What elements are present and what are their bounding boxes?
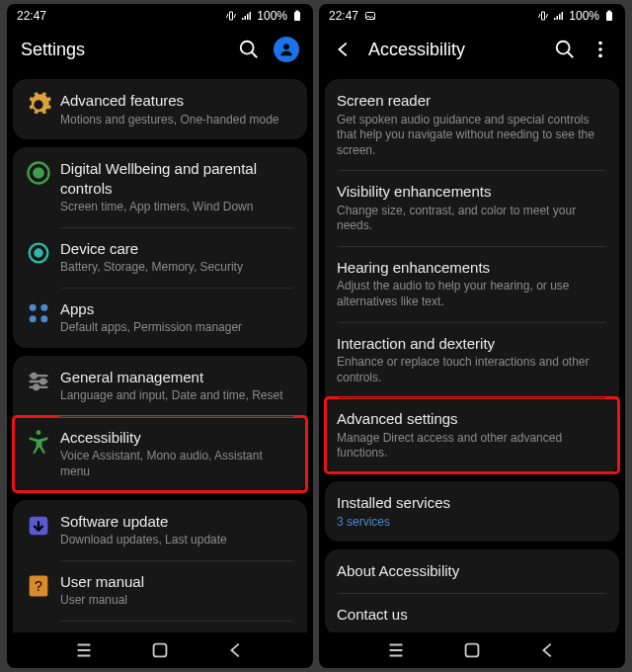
status-bar: 22:47 100% [319,4,625,28]
battery-percent: 100% [257,9,287,23]
status-time: 22:47 [329,9,358,23]
item-label: General management [60,368,291,387]
svg-point-28 [598,47,602,51]
header: Accessibility [319,28,625,71]
search-icon[interactable] [238,39,260,60]
svg-rect-0 [294,12,300,21]
item-sub: Battery, Storage, Memory, Security [60,260,291,276]
svg-point-29 [598,54,602,58]
svg-point-11 [40,315,47,322]
item-sub: Screen time, App timers, Wind Down [60,200,291,215]
svg-point-27 [598,42,602,45]
nav-bar [319,632,625,668]
settings-item-apps[interactable]: Apps Default apps, Permission manager [13,288,307,348]
svg-rect-30 [466,644,479,657]
item-label: Accessibility [60,428,291,448]
settings-group: Software update Download updates, Last u… [13,500,307,632]
nav-home[interactable] [149,639,171,661]
nav-back[interactable] [225,639,247,661]
search-icon[interactable] [554,39,576,60]
svg-rect-24 [606,12,612,21]
settings-item-wellbeing[interactable]: Digital Wellbeing and parental controls … [13,147,307,227]
item-label: Advanced features [60,91,291,111]
item-label: User manual [60,572,291,592]
battery-icon [291,10,303,22]
item-sub: Download updates, Last update [60,533,291,548]
settings-list: Advanced features Motions and gestures, … [7,71,313,632]
nav-home[interactable] [461,639,483,661]
item-about-accessibility[interactable]: About Accessibility [325,549,619,593]
item-label: Software update [60,512,291,532]
apps-icon [25,299,52,327]
item-label: Contact us [337,605,603,625]
status-bar: 22:47 100% [7,4,313,28]
item-sub: Motions and gestures, One-handed mode [60,113,291,128]
settings-group: Advanced features Motions and gestures, … [13,79,307,139]
status-time: 22:47 [17,9,46,23]
item-sub: Change size, contrast, and color to meet… [337,204,603,234]
svg-point-10 [30,315,37,322]
device-care-icon [25,239,52,267]
nav-recents[interactable] [385,639,407,661]
svg-point-8 [30,303,37,310]
nav-back[interactable] [537,639,559,661]
vibrate-icon [537,10,549,22]
item-screen-reader[interactable]: Screen reader Get spoken audio guidance … [325,79,619,170]
item-interaction-dexterity[interactable]: Interaction and dexterity Enhance or rep… [325,322,619,398]
item-sub: Get spoken audio guidance and special co… [337,113,603,159]
item-hearing-enhancements[interactable]: Hearing enhancements Adjust the audio to… [325,246,619,322]
battery-icon [603,10,615,22]
svg-rect-25 [608,11,611,13]
phone-settings: 22:47 100% Settings Advanced features Mo… [7,4,313,668]
item-label: Screen reader [337,91,603,111]
vibrate-icon [225,10,237,22]
page-title: Accessibility [368,40,540,60]
item-label: Interaction and dexterity [337,334,603,354]
accessibility-list: Screen reader Get spoken audio guidance … [319,71,625,632]
settings-item-general-management[interactable]: General management Language and input, D… [13,356,307,416]
item-sub: Default apps, Permission manager [60,320,291,336]
item-label: Hearing enhancements [337,258,603,278]
more-icon[interactable] [590,39,611,60]
item-sub: Voice Assistant, Mono audio, Assistant m… [60,449,291,479]
settings-item-user-manual[interactable]: ? User manual User manual [13,560,307,621]
image-icon [364,10,376,22]
item-label: Advanced settings [337,409,603,429]
signal-icon [553,10,565,22]
item-installed-services[interactable]: Installed services 3 services [325,481,619,542]
item-sub: Language and input, Date and time, Reset [60,388,291,404]
item-label: About Accessibility [337,561,603,581]
svg-rect-22 [154,644,167,657]
svg-point-13 [40,379,45,384]
back-icon[interactable] [333,39,355,60]
svg-point-9 [40,303,47,310]
sliders-icon [25,368,52,395]
item-sub: User manual [60,593,291,609]
profile-avatar[interactable] [274,37,299,62]
item-advanced-settings[interactable]: Advanced settings Manage Direct access a… [325,397,619,473]
item-label: Installed services [337,493,603,513]
svg-point-7 [36,249,42,256]
svg-point-5 [34,168,42,177]
item-contact-us[interactable]: Contact us [325,593,619,632]
svg-rect-1 [296,11,299,13]
settings-item-device-care[interactable]: Device care Battery, Storage, Memory, Se… [13,227,307,288]
page-title: Settings [21,40,224,60]
svg-point-15 [37,430,41,435]
settings-group: About Accessibility Contact us [325,549,619,632]
svg-point-14 [34,384,39,389]
settings-item-software-update[interactable]: Software update Download updates, Last u… [13,500,307,560]
settings-item-advanced-features[interactable]: Advanced features Motions and gestures, … [13,79,307,139]
svg-point-12 [32,374,37,378]
settings-group: Installed services 3 services [325,481,619,542]
svg-point-3 [283,44,288,49]
settings-group: Digital Wellbeing and parental controls … [13,147,307,348]
battery-percent: 100% [569,9,599,23]
update-icon [25,512,52,540]
item-visibility-enhancements[interactable]: Visibility enhancements Change size, con… [325,170,619,246]
settings-item-accessibility[interactable]: Accessibility Voice Assistant, Mono audi… [13,416,307,492]
settings-group: General management Language and input, D… [13,356,307,492]
nav-recents[interactable] [73,639,95,661]
phone-accessibility: 22:47 100% Accessibility Screen reader G… [319,4,625,668]
settings-item-about-phone[interactable]: About phone Status, Legal information, P… [13,621,307,632]
